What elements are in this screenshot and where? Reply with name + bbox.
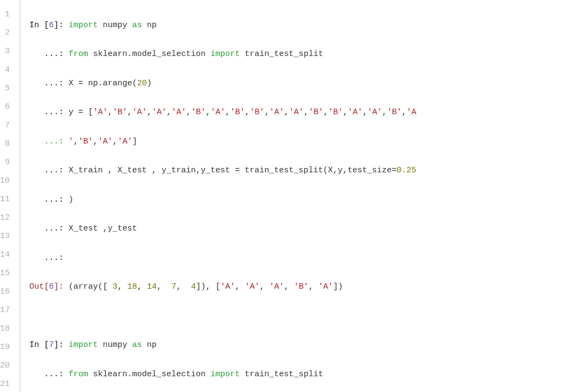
line-number-gutter: 1 2 3 4 5 6 7 8 9 10 11 12 13 14 15 16 1… — [0, 0, 21, 392]
code-line: Out[6]: (array([ 3, 18, 14, 7, 4]), ['A'… — [29, 278, 563, 296]
line-number: 7 — [0, 116, 15, 135]
code-line: ...: ','B','A','A'] — [29, 133, 563, 151]
line-number: 19 — [0, 338, 15, 357]
line-number: 5 — [0, 79, 15, 98]
code-content: In [6]: import numpy as np ...: from skl… — [21, 0, 570, 392]
code-line: In [7]: import numpy as np — [29, 336, 563, 354]
line-number: 16 — [0, 283, 15, 301]
line-number: 10 — [0, 172, 15, 190]
code-line: ...: from sklearn.model_selection import… — [29, 45, 563, 64]
line-number: 9 — [0, 153, 15, 172]
line-number: 1 — [0, 5, 15, 24]
line-number: 15 — [0, 264, 15, 283]
line-number: 14 — [0, 246, 15, 264]
line-number: 13 — [0, 227, 15, 246]
line-number: 12 — [0, 209, 15, 227]
line-number: 20 — [0, 357, 15, 375]
line-number: 4 — [0, 61, 15, 79]
code-line: ...: ) — [29, 191, 563, 209]
code-line: ...: X_test ,y_test — [29, 220, 563, 238]
code-line: ...: X_train , X_test , y_train,y_test =… — [29, 161, 563, 180]
line-number: 17 — [0, 301, 15, 320]
code-line: ...: y = ['A','B','A','A','A','B','A','B… — [29, 103, 563, 122]
code-line: ...: X = np.arange(20) — [29, 74, 563, 93]
line-number: 3 — [0, 42, 15, 61]
line-number: 11 — [0, 190, 15, 209]
line-number: 2 — [0, 24, 15, 42]
line-number: 8 — [0, 135, 15, 153]
line-number: 6 — [0, 98, 15, 116]
line-number: 21 — [0, 375, 15, 392]
code-block: 1 2 3 4 5 6 7 8 9 10 11 12 13 14 15 16 1… — [0, 0, 570, 392]
line-number: 18 — [0, 320, 15, 338]
code-line — [29, 307, 563, 326]
code-line: In [6]: import numpy as np — [29, 16, 563, 35]
code-line: ...: — [29, 249, 563, 267]
code-line: ...: from sklearn.model_selection import… — [29, 365, 563, 384]
